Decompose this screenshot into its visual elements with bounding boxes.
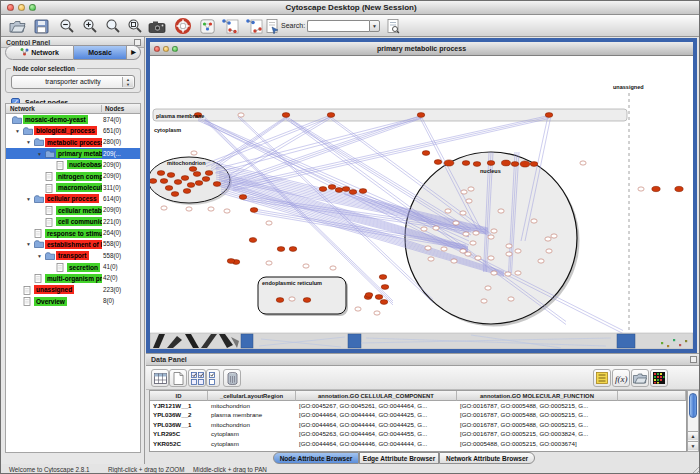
network-node-selected[interactable] <box>193 172 201 177</box>
network-node-unselected[interactable] <box>191 151 197 155</box>
table-header-ID[interactable]: ID <box>150 391 208 401</box>
network-node-selected[interactable] <box>195 181 203 186</box>
tree-expander-icon[interactable]: ▼ <box>37 151 42 157</box>
network-node-unselected[interactable] <box>638 187 644 191</box>
tree-expander-icon[interactable]: ▼ <box>26 196 31 202</box>
network-node-unselected[interactable] <box>488 235 494 239</box>
network-node-selected[interactable] <box>379 275 387 280</box>
network-node-selected[interactable] <box>183 189 191 194</box>
network-node-selected[interactable] <box>160 179 168 184</box>
network-canvas[interactable]: plasma membranecytoplasmmitochondrionnuc… <box>150 56 693 349</box>
network-node-selected[interactable] <box>319 187 327 192</box>
table-cell[interactable]: YDR039C__1 <box>150 448 208 452</box>
network-node-unselected[interactable] <box>498 209 504 213</box>
network-node-unselected[interactable] <box>289 297 295 301</box>
window-titlebar[interactable]: Cytoscape Desktop (New Session) <box>1 1 700 15</box>
tree-row-primary-metabolic-process[interactable]: ▼primary metabolic process209(... <box>6 148 140 159</box>
network-node-selected[interactable] <box>545 113 553 118</box>
tree-row-response-to-stimulus[interactable]: response to stimulus264(0) <box>6 228 140 239</box>
table-cell[interactable]: YPL036W__1 <box>150 420 208 429</box>
network-node-selected[interactable] <box>359 189 367 194</box>
zoom-fit-icon[interactable] <box>103 17 122 35</box>
network-node-selected[interactable] <box>381 285 389 290</box>
table-cell[interactable]: [GO:0045267, GO:0045261, GO:0044464, G..… <box>296 401 457 410</box>
network-node-unselected[interactable] <box>515 271 521 275</box>
network-node-unselected[interactable] <box>481 299 487 303</box>
open-session-icon[interactable] <box>8 17 27 35</box>
tree-row-biological-process[interactable]: ▼biological_process651(0) <box>6 125 140 136</box>
tab-network[interactable]: Network <box>5 45 74 60</box>
network-node-unselected[interactable] <box>466 199 472 203</box>
network-node-unselected[interactable] <box>266 261 272 265</box>
table-cell[interactable]: cytoplasm <box>208 429 296 438</box>
table-cell[interactable]: YPL036W__2 <box>150 410 208 419</box>
network-node-selected[interactable] <box>187 183 195 188</box>
delete-attribute-trash-icon[interactable] <box>223 369 241 387</box>
table-cell[interactable]: [GO:0044464, GO:0044446, GO:0044444, G..… <box>296 439 457 448</box>
table-cell[interactable]: cytoplasm <box>208 439 296 448</box>
network-node-unselected[interactable] <box>491 229 497 233</box>
network-node-unselected[interactable] <box>421 227 427 231</box>
table-cell[interactable]: mitochondrion <box>208 420 296 429</box>
network-node-unselected[interactable] <box>266 221 272 225</box>
network-node-selected[interactable] <box>250 208 258 213</box>
matrix-heatmap-icon[interactable] <box>650 369 668 387</box>
net-close-icon[interactable] <box>154 46 160 52</box>
import-attributes-folder-icon[interactable] <box>631 369 649 387</box>
resize-grip[interactable] <box>690 466 700 474</box>
network-node-unselected[interactable] <box>453 221 459 225</box>
tree-row-unassigned[interactable]: unassigned223(0) <box>6 284 140 295</box>
network-node-selected[interactable] <box>289 247 297 252</box>
network-node-unselected[interactable] <box>238 113 244 117</box>
table-cell[interactable]: [GO:0044464, GO:0044444, GO:0044425, G..… <box>296 420 457 429</box>
network-node-selected[interactable] <box>422 151 430 156</box>
network-node-selected[interactable] <box>473 162 481 167</box>
network-node-selected[interactable] <box>342 187 350 192</box>
network-node-unselected[interactable] <box>531 219 537 223</box>
network-node-unselected[interactable] <box>433 226 439 230</box>
tab-edge-attribute-browser[interactable]: Edge Attribute Browser <box>359 452 439 464</box>
net-minimize-icon[interactable] <box>163 46 169 52</box>
network-node-selected[interactable] <box>444 160 454 166</box>
network-node-unselected[interactable] <box>465 252 471 256</box>
network-node-unselected[interactable] <box>161 206 167 210</box>
network-node-selected[interactable] <box>202 177 210 182</box>
network-node-unselected[interactable] <box>461 190 467 194</box>
network-node-selected[interactable] <box>380 300 388 305</box>
search-dropdown-arrow-icon[interactable]: ▼ <box>369 20 380 32</box>
tree-col-divider[interactable] <box>101 105 102 112</box>
network-node-unselected[interactable] <box>470 241 476 245</box>
network-node-unselected[interactable] <box>580 161 586 165</box>
network-node-unselected[interactable] <box>460 211 466 215</box>
network-node-unselected[interactable] <box>463 232 469 236</box>
network-node-selected[interactable] <box>171 192 179 197</box>
data-panel-float-icon[interactable] <box>690 356 697 363</box>
network-node-selected[interactable] <box>652 186 660 191</box>
tree-row-metabolic-process[interactable]: ▼metabolic process280(0) <box>6 137 140 148</box>
tab-network-attribute-browser[interactable]: Network Attribute Browser <box>439 452 535 464</box>
tree-row-cellular-process[interactable]: ▼cellular process614(0) <box>6 193 140 204</box>
tree-row-cellular-metabolic[interactable]: cellular metabolic209(0) <box>6 205 140 216</box>
table-cell[interactable]: [GO:0044464, GO:0044444, GO:0044425, G..… <box>296 410 457 419</box>
network-node-selected[interactable] <box>276 298 284 303</box>
table-header-spacer[interactable] <box>618 391 686 401</box>
network-node-unselected[interactable] <box>488 256 494 260</box>
network-node-unselected[interactable] <box>473 231 479 235</box>
network-node-selected[interactable] <box>349 190 357 195</box>
network-node-unselected[interactable] <box>186 207 192 211</box>
zoom-selected-icon[interactable] <box>125 17 144 35</box>
tree-row-multi-organism-proc[interactable]: multi-organism proc42(0) <box>6 273 140 284</box>
network-node-unselected[interactable] <box>425 246 431 250</box>
network-node-selected[interactable] <box>328 185 336 190</box>
unselect-attributes-icon[interactable] <box>206 369 220 387</box>
minimize-window-icon[interactable] <box>18 4 25 11</box>
zoom-in-icon[interactable] <box>80 17 99 35</box>
layout-b-icon[interactable] <box>244 17 263 35</box>
tree-row-nucleobase-containing[interactable]: nucleobase-containing209(0) <box>6 159 140 170</box>
table-header-_cellularLayoutRegion[interactable]: _cellularLayoutRegion <box>208 391 296 401</box>
tree-row-secretion[interactable]: secretion41(0) <box>6 262 140 273</box>
tree-expander-icon[interactable]: ▼ <box>26 139 31 145</box>
network-node-unselected[interactable] <box>355 307 361 311</box>
annotation-icon[interactable] <box>263 17 282 35</box>
network-node-unselected[interactable] <box>485 286 491 290</box>
